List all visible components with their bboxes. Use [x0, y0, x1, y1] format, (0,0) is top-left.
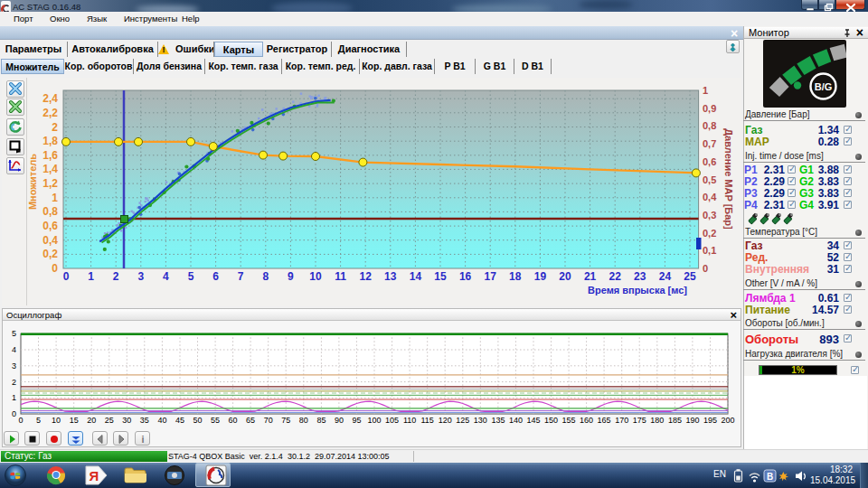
- svg-text:45: 45: [175, 416, 184, 425]
- svg-text:2: 2: [113, 270, 119, 283]
- svg-text:195: 195: [703, 416, 717, 425]
- svg-text:0,4: 0,4: [703, 192, 717, 202]
- svg-text:1: 1: [703, 85, 708, 96]
- svg-text:20: 20: [559, 270, 571, 283]
- svg-text:160: 160: [580, 416, 593, 425]
- svg-text:135: 135: [491, 416, 505, 425]
- svg-text:i: i: [141, 434, 144, 445]
- svg-text:15: 15: [434, 270, 447, 283]
- svg-text:7: 7: [238, 270, 244, 283]
- svg-text:23: 23: [634, 270, 646, 283]
- svg-text:0,6: 0,6: [703, 156, 716, 167]
- svg-text:40: 40: [157, 416, 166, 425]
- svg-text:14: 14: [410, 270, 422, 283]
- svg-text:60: 60: [229, 416, 238, 425]
- svg-text:0,2: 0,2: [703, 228, 716, 239]
- svg-text:130: 130: [474, 416, 487, 425]
- svg-text:175: 175: [633, 416, 646, 425]
- svg-text:Множитель: Множитель: [27, 154, 38, 210]
- svg-text:10: 10: [309, 270, 322, 283]
- svg-text:120: 120: [439, 416, 452, 425]
- svg-text:Я: Я: [90, 468, 99, 483]
- svg-text:170: 170: [615, 416, 628, 425]
- svg-text:50: 50: [193, 416, 202, 425]
- svg-text:0,9: 0,9: [703, 103, 716, 114]
- svg-text:20: 20: [87, 416, 96, 425]
- svg-text:0,6: 0,6: [42, 220, 58, 232]
- svg-text:165: 165: [598, 416, 611, 425]
- svg-text:0,2: 0,2: [42, 248, 58, 260]
- svg-text:30: 30: [122, 416, 131, 425]
- svg-text:B: B: [767, 472, 773, 482]
- svg-text:190: 190: [685, 416, 699, 425]
- svg-text:80: 80: [299, 416, 308, 425]
- svg-text:65: 65: [246, 416, 255, 425]
- svg-text:1: 1: [52, 192, 58, 204]
- svg-text:1,2: 1,2: [42, 177, 58, 190]
- svg-text:0,3: 0,3: [703, 210, 716, 221]
- svg-text:10: 10: [52, 416, 61, 425]
- svg-text:19: 19: [534, 270, 547, 283]
- svg-text:5: 5: [188, 270, 194, 283]
- svg-text:18: 18: [509, 270, 522, 283]
- svg-text:185: 185: [668, 416, 682, 425]
- svg-text:9: 9: [288, 270, 294, 283]
- svg-text:1,4: 1,4: [42, 163, 58, 175]
- svg-text:115: 115: [421, 416, 434, 425]
- svg-text:0: 0: [18, 416, 23, 425]
- svg-text:0: 0: [63, 270, 70, 283]
- svg-text:105: 105: [385, 416, 399, 425]
- svg-text:0: 0: [703, 263, 708, 274]
- svg-text:2: 2: [12, 378, 16, 387]
- svg-text:22: 22: [609, 270, 622, 283]
- svg-text:8: 8: [262, 270, 269, 283]
- svg-text:25: 25: [684, 270, 696, 283]
- svg-text:1,8: 1,8: [42, 135, 58, 147]
- svg-text:95: 95: [352, 416, 361, 425]
- svg-text:100: 100: [367, 416, 381, 425]
- svg-text:16: 16: [459, 270, 472, 283]
- svg-text:12: 12: [360, 270, 373, 283]
- svg-text:24: 24: [659, 270, 672, 283]
- svg-text:Время впрыска [мс]: Время впрыска [мс]: [588, 285, 687, 296]
- svg-text:1: 1: [88, 270, 94, 283]
- svg-text:200: 200: [721, 416, 734, 425]
- svg-text:70: 70: [264, 416, 273, 425]
- svg-text:0,8: 0,8: [42, 205, 58, 218]
- svg-text:150: 150: [544, 416, 558, 425]
- svg-text:B/G: B/G: [815, 81, 833, 92]
- svg-text:15: 15: [70, 416, 79, 425]
- svg-text:11: 11: [335, 270, 346, 283]
- svg-text:0,4: 0,4: [42, 234, 58, 247]
- svg-text:5: 5: [12, 329, 16, 338]
- svg-text:Давление MAP [Бар]: Давление MAP [Бар]: [723, 128, 734, 230]
- svg-text:85: 85: [316, 416, 326, 425]
- svg-text:140: 140: [509, 416, 523, 425]
- svg-text:35: 35: [140, 416, 149, 425]
- svg-text:145: 145: [526, 416, 540, 425]
- svg-text:6: 6: [212, 270, 219, 283]
- svg-text:3: 3: [137, 270, 144, 283]
- svg-text:2: 2: [52, 121, 58, 134]
- svg-text:125: 125: [456, 416, 469, 425]
- svg-text:1,6: 1,6: [42, 149, 58, 162]
- svg-text:155: 155: [562, 416, 576, 425]
- svg-text:90: 90: [335, 416, 344, 425]
- svg-text:110: 110: [403, 416, 416, 425]
- svg-text:3: 3: [12, 361, 16, 371]
- svg-text:0,1: 0,1: [703, 245, 716, 256]
- svg-text:4: 4: [163, 270, 169, 283]
- svg-text:5: 5: [36, 416, 41, 425]
- svg-text:180: 180: [650, 416, 664, 425]
- svg-text:0,7: 0,7: [703, 138, 716, 149]
- svg-text:0: 0: [52, 262, 58, 275]
- svg-text:1: 1: [12, 393, 16, 402]
- svg-text:25: 25: [105, 416, 114, 425]
- svg-text:75: 75: [281, 416, 290, 425]
- svg-text:21: 21: [584, 270, 597, 283]
- svg-text:13: 13: [384, 270, 397, 283]
- svg-text:2,4: 2,4: [42, 92, 58, 105]
- svg-text:55: 55: [211, 416, 220, 425]
- svg-text:0,5: 0,5: [703, 174, 716, 185]
- svg-text:2,2: 2,2: [42, 107, 58, 119]
